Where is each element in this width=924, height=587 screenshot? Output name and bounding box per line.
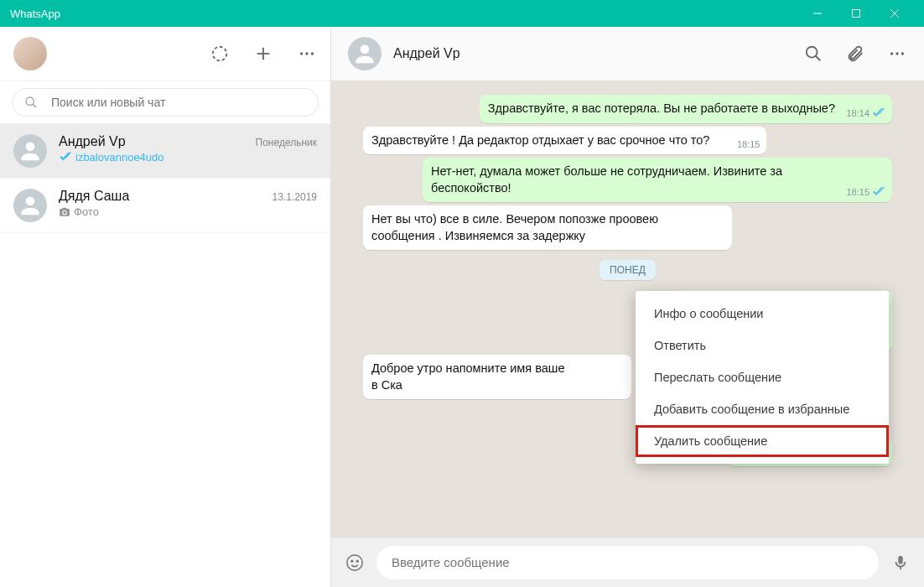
- search-input-wrap[interactable]: [12, 88, 319, 117]
- mic-icon[interactable]: [890, 553, 911, 573]
- svg-line-14: [816, 56, 821, 61]
- messages-area: Здравствуйте, я вас потеряла. Вы не рабо…: [331, 81, 924, 537]
- chat-preview: izbalovannoe4udo: [59, 151, 317, 164]
- menu-star[interactable]: Добавить сообщение в избранные: [636, 393, 889, 425]
- read-ticks-icon: [872, 186, 885, 199]
- svg-point-13: [807, 47, 818, 58]
- app-title: WhatsApp: [10, 8, 60, 20]
- read-ticks-icon: [872, 107, 885, 120]
- self-avatar[interactable]: [13, 37, 47, 70]
- attach-icon[interactable]: [845, 44, 865, 64]
- maximize-button[interactable]: [837, 0, 875, 27]
- chat-avatar: [13, 189, 47, 222]
- titlebar: WhatsApp: [0, 0, 924, 27]
- search-bar: [0, 81, 330, 124]
- chat-name: Андрей Vp: [59, 134, 126, 149]
- camera-icon: [59, 206, 70, 218]
- chat-time: 13.1.2019: [273, 191, 317, 203]
- contact-avatar[interactable]: [348, 37, 382, 70]
- chat-item-dyadya[interactable]: Дядя Саша 13.1.2019 Фото: [0, 179, 330, 233]
- status-icon[interactable]: [210, 44, 230, 64]
- message-out[interactable]: Нет-нет, думала может больше не сотрудни…: [363, 158, 892, 202]
- chat-list: Андрей Vp Понедельник izbalovannoe4udo Д…: [0, 124, 330, 587]
- chat-item-andrey[interactable]: Андрей Vp Понедельник izbalovannoe4udo: [0, 124, 330, 179]
- chat-preview: Фото: [59, 205, 317, 218]
- emoji-icon[interactable]: [345, 553, 365, 573]
- menu-info[interactable]: Инфо о сообщении: [636, 298, 889, 330]
- svg-point-20: [356, 560, 358, 562]
- svg-point-19: [351, 560, 353, 562]
- message-in[interactable]: Нет вы что) все в силе. Вечером попозже …: [363, 205, 892, 250]
- svg-point-18: [347, 554, 362, 569]
- svg-point-15: [890, 52, 893, 55]
- chat-name: Дядя Саша: [59, 189, 129, 204]
- chat-header: Андрей Vp: [331, 27, 924, 81]
- date-separator: ПОНЕД: [363, 260, 892, 280]
- svg-point-17: [901, 52, 904, 55]
- menu-reply[interactable]: Ответить: [636, 330, 889, 361]
- chat-panel: Андрей Vp Здравствуйте, я вас потеряла. …: [331, 27, 924, 587]
- chat-time: Понедельник: [256, 137, 317, 148]
- svg-point-8: [305, 52, 308, 55]
- minimize-button[interactable]: [798, 0, 837, 27]
- search-in-chat-icon[interactable]: [803, 44, 823, 64]
- new-chat-icon[interactable]: [253, 44, 273, 64]
- svg-line-11: [33, 104, 36, 107]
- message-input[interactable]: [376, 546, 879, 579]
- menu-forward[interactable]: Переслать сообщение: [636, 361, 889, 393]
- sidebar-header: [0, 27, 330, 81]
- message-context-menu: Инфо о сообщении Ответить Переслать сооб…: [636, 291, 889, 464]
- close-button[interactable]: [875, 0, 914, 27]
- svg-point-10: [26, 97, 34, 105]
- svg-point-12: [63, 210, 66, 214]
- search-icon: [24, 96, 38, 109]
- message-in[interactable]: Здравствуйте ! Да редактор отдыхает у ва…: [363, 127, 892, 155]
- double-check-icon: [59, 151, 72, 164]
- svg-point-7: [300, 52, 303, 55]
- contact-name: Андрей Vp: [393, 46, 460, 61]
- svg-point-4: [213, 47, 227, 61]
- search-input[interactable]: [51, 96, 306, 109]
- svg-point-9: [311, 52, 314, 55]
- menu-dots-icon[interactable]: [297, 44, 317, 64]
- sidebar: Андрей Vp Понедельник izbalovannoe4udo Д…: [0, 27, 331, 587]
- svg-rect-1: [853, 10, 860, 18]
- svg-point-16: [895, 52, 898, 55]
- message-out[interactable]: Здравствуйте, я вас потеряла. Вы не рабо…: [363, 95, 892, 123]
- composer: [331, 537, 924, 587]
- menu-delete[interactable]: Удалить сообщение: [636, 425, 889, 457]
- chat-menu-icon[interactable]: [887, 44, 907, 64]
- chat-avatar: [13, 134, 47, 168]
- window-controls: [798, 0, 914, 27]
